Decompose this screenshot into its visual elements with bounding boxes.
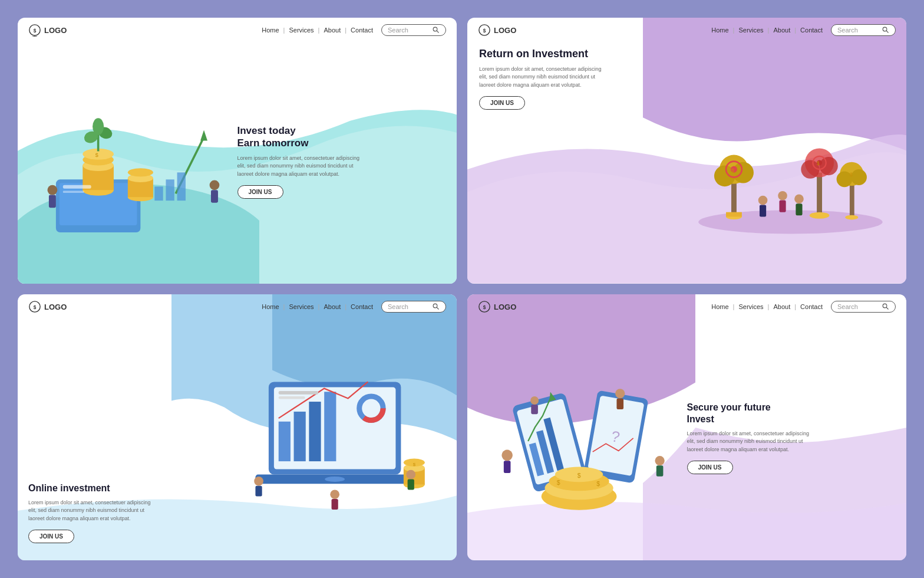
svg-point-42	[733, 162, 754, 183]
content-card1: $ Invest today Earn tomorrow Lorem ipsum…	[18, 42, 457, 284]
svg-point-50	[820, 157, 838, 175]
navbar-card3: $ LOGO Home | Services | About | Contact…	[18, 294, 457, 319]
svg-rect-26	[177, 172, 185, 201]
svg-point-97	[883, 304, 887, 308]
svg-point-88	[255, 477, 264, 486]
svg-point-115	[501, 449, 513, 461]
svg-rect-93	[408, 479, 414, 490]
svg-point-38	[698, 210, 883, 234]
nav-home-card4[interactable]: Home	[711, 303, 728, 310]
svg-text:$: $	[578, 472, 581, 479]
svg-rect-28	[49, 195, 56, 208]
svg-point-83	[325, 477, 345, 482]
svg-point-36	[883, 27, 887, 31]
logo-text-card4: LOGO	[494, 303, 516, 311]
search-box-card1[interactable]: Search	[381, 24, 446, 36]
svg-point-119	[655, 456, 664, 465]
svg-rect-74	[279, 421, 291, 461]
search-icon-card3	[433, 303, 440, 310]
svg-text:$: $	[731, 168, 734, 173]
illustration-card4: ? $ $ $	[478, 324, 687, 552]
join-button-card4[interactable]: JOIN US	[687, 461, 733, 474]
svg-text:$: $	[483, 28, 486, 34]
nav-links-card4: Home | Services | About | Contact	[711, 303, 823, 310]
svg-point-121	[530, 396, 539, 405]
card-online-investment: $ LOGO Home | Services | About | Contact…	[18, 294, 457, 560]
svg-line-6	[437, 31, 438, 32]
nav-about-card4[interactable]: About	[773, 303, 790, 310]
svg-rect-122	[531, 405, 538, 414]
logo-icon-card2: $	[478, 24, 491, 37]
search-box-card3[interactable]: Search	[381, 301, 446, 313]
navbar-card2: $ LOGO Home | Services | About | Contact…	[467, 18, 906, 42]
navbar-card1: $ LOGO Home | Services | About | Contact…	[18, 18, 457, 42]
nav-home-card1[interactable]: Home	[262, 27, 279, 34]
navbar-card4: $ LOGO Home | Services | About | Contact…	[467, 294, 906, 319]
join-button-card1[interactable]: JOIN US	[237, 185, 283, 199]
nav-about-card1[interactable]: About	[324, 27, 341, 34]
join-button-card2[interactable]: JOIN US	[479, 96, 525, 110]
logo-text-card2: LOGO	[494, 26, 516, 35]
content-card3: Online investment Lorem ipsum dolor sit …	[18, 319, 457, 560]
title-card3: Online investment	[28, 482, 237, 494]
nav-contact-card3[interactable]: Contact	[351, 303, 373, 310]
text-card1: Invest today Earn tomorrow Lorem ipsum d…	[237, 48, 446, 275]
search-icon-card4	[882, 303, 889, 310]
nav-services-card3[interactable]: Services	[289, 303, 314, 310]
nav-links-card1: Home | Services | About | Contact	[262, 27, 373, 34]
svg-text:$: $	[95, 152, 98, 158]
svg-text:$: $	[483, 305, 486, 310]
svg-text:$: $	[557, 479, 560, 485]
card-roi: $ LOGO Home | Services | About | Contact…	[467, 18, 906, 284]
join-button-card3[interactable]: JOIN US	[28, 530, 74, 543]
svg-rect-60	[760, 205, 766, 216]
svg-rect-53	[850, 182, 854, 215]
svg-rect-32	[63, 191, 84, 193]
search-text-card2: Search	[837, 27, 879, 34]
main-grid: $ LOGO Home | Services | About | Contact…	[0, 0, 924, 578]
search-box-card4[interactable]: Search	[831, 301, 896, 313]
svg-rect-24	[154, 186, 163, 201]
nav-services-card1[interactable]: Services	[289, 27, 314, 34]
title-card2: Return on Investment	[479, 47, 687, 61]
svg-point-17	[128, 168, 153, 176]
secure-illustration: ? $ $ $	[483, 330, 682, 547]
logo-text-card3: LOGO	[44, 303, 67, 311]
nav-about-card3[interactable]: About	[324, 303, 341, 310]
svg-rect-116	[504, 461, 511, 473]
logo-card3: $ LOGO	[28, 300, 67, 313]
svg-point-56	[851, 169, 867, 185]
nav-contact-card1[interactable]: Contact	[351, 27, 373, 34]
nav-services-card2[interactable]: Services	[738, 27, 763, 34]
content-card4: ? $ $ $	[467, 319, 906, 560]
svg-point-63	[794, 194, 804, 203]
svg-rect-76	[309, 402, 321, 461]
text-card4: Secure your future Invest Lorem ipsum do…	[687, 324, 896, 552]
text-card2: Return on Investment Lorem ipsum dolor s…	[479, 42, 687, 278]
svg-rect-64	[796, 203, 803, 215]
svg-point-27	[47, 185, 57, 195]
nav-home-card3[interactable]: Home	[262, 303, 279, 310]
svg-line-98	[886, 307, 888, 309]
nav-services-card4[interactable]: Services	[738, 303, 763, 310]
logo-icon-card1: $	[28, 24, 41, 37]
nav-contact-card2[interactable]: Contact	[800, 27, 823, 34]
logo-card1: $ LOGO	[28, 24, 67, 37]
svg-point-90	[331, 490, 340, 499]
svg-rect-31	[63, 185, 91, 188]
svg-point-117	[615, 389, 625, 398]
svg-rect-120	[656, 465, 664, 477]
svg-marker-23	[200, 130, 207, 140]
nav-about-card2[interactable]: About	[773, 27, 790, 34]
search-box-card2[interactable]: Search	[831, 24, 896, 36]
title-card4: Secure your future Invest	[687, 402, 896, 425]
svg-text:$: $	[413, 462, 416, 467]
nav-contact-card4[interactable]: Contact	[800, 303, 823, 310]
svg-rect-39	[731, 179, 737, 215]
svg-point-5	[433, 27, 437, 31]
content-card2: Return on Investment Lorem ipsum dolor s…	[467, 42, 906, 284]
search-icon-card2	[882, 27, 889, 34]
svg-rect-81	[279, 396, 305, 399]
search-icon-card1	[433, 27, 440, 34]
nav-home-card2[interactable]: Home	[711, 27, 728, 34]
